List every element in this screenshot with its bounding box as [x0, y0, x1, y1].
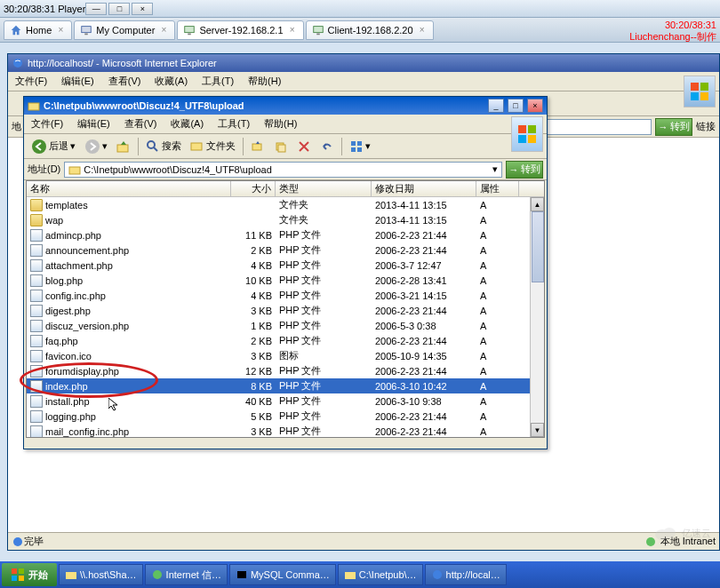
explorer-title: C:\Inetpub\wwwroot\Discuz!4_UTF8\upload	[44, 100, 484, 111]
ie-go-button[interactable]: → 转到	[655, 118, 692, 136]
task-item[interactable]: \\.host\Sha…	[59, 564, 143, 585]
exp-menu-tools[interactable]: 工具(T)	[211, 115, 257, 132]
exp-menu-view[interactable]: 查看(V)	[117, 115, 164, 132]
close-button[interactable]: ×	[527, 99, 543, 113]
file-row[interactable]: admincp.php11 KBPHP 文件2006-2-23 21:44A	[27, 227, 544, 242]
explorer-menubar: 文件(F) 编辑(E) 查看(V) 收藏(A) 工具(T) 帮助(H)	[24, 115, 547, 134]
ie-menu-tools[interactable]: 工具(T)	[195, 73, 241, 90]
exp-menu-edit[interactable]: 编辑(E)	[70, 115, 117, 132]
file-row[interactable]: mail_config.inc.php3 KBPHP 文件2006-2-23 2…	[27, 424, 544, 437]
file-row[interactable]: wap文件夹2013-4-11 13:15A	[27, 212, 544, 227]
svg-rect-40	[237, 571, 246, 578]
forward-button[interactable]: ▾	[81, 137, 111, 156]
file-attr: A	[476, 381, 519, 392]
task-item[interactable]: C:\Inetpub\…	[338, 564, 423, 585]
ie-menu-edit[interactable]: 编辑(E)	[54, 73, 101, 90]
back-button[interactable]: 后退 ▾	[28, 137, 79, 156]
file-type: PHP 文件	[276, 289, 372, 302]
file-row[interactable]: discuz_version.php1 KBPHP 文件2006-5-3 0:3…	[27, 318, 544, 333]
search-button[interactable]: 搜索	[142, 137, 185, 156]
tab-client[interactable]: Client-192.168.2.20 ×	[306, 20, 434, 40]
file-row[interactable]: templates文件夹2013-4-11 13:15A	[27, 197, 544, 212]
col-name[interactable]: 名称	[27, 181, 231, 196]
exp-menu-file[interactable]: 文件(F)	[24, 115, 70, 132]
file-icon	[30, 274, 43, 287]
address-label: 地址(D)	[28, 163, 60, 176]
svg-rect-23	[191, 143, 202, 150]
close-button[interactable]: ×	[132, 3, 153, 15]
file-row[interactable]: config.inc.php4 KBPHP 文件2006-3-21 14:15A	[27, 288, 544, 303]
windows-logo	[511, 116, 543, 152]
svg-rect-30	[357, 147, 362, 152]
file-date: 2006-3-10 10:42	[372, 381, 476, 392]
file-attr: A	[476, 426, 519, 437]
col-attr[interactable]: 属性	[476, 181, 519, 196]
scroll-thumb[interactable]	[532, 211, 544, 282]
delete-button[interactable]	[293, 137, 315, 156]
tab-label: Client-192.168.2.20	[328, 25, 413, 36]
file-row[interactable]: announcement.php2 KBPHP 文件2006-2-23 21:4…	[27, 242, 544, 258]
scroll-up-icon[interactable]: ▲	[531, 197, 544, 211]
views-button[interactable]: ▾	[346, 137, 374, 156]
file-row[interactable]: logging.php5 KBPHP 文件2006-2-23 21:44A	[27, 409, 544, 424]
folders-button[interactable]: 文件夹	[187, 137, 239, 156]
col-size[interactable]: 大小	[231, 181, 276, 196]
folder-icon	[68, 163, 81, 176]
file-row[interactable]: attachment.php4 KBPHP 文件2006-3-7 12:47A	[27, 258, 544, 273]
task-item[interactable]: Internet 信…	[145, 564, 228, 585]
file-name: wap	[45, 215, 63, 226]
col-type[interactable]: 类型	[276, 181, 372, 196]
folders-icon	[190, 139, 204, 154]
tab-mycomputer[interactable]: My Computer ×	[74, 20, 175, 40]
svg-rect-8	[700, 83, 708, 91]
exp-menu-fav[interactable]: 收藏(A)	[164, 115, 211, 132]
up-button[interactable]	[113, 137, 134, 156]
maximize-button[interactable]: □	[508, 99, 524, 113]
scroll-down-icon[interactable]: ▼	[531, 423, 544, 437]
minimize-button[interactable]: _	[488, 99, 504, 113]
svg-rect-20	[117, 145, 128, 152]
col-date[interactable]: 修改日期	[372, 181, 476, 196]
file-row[interactable]: favicon.ico3 KB图标2005-10-9 14:35A	[27, 348, 544, 363]
ie-menu-help[interactable]: 帮助(H)	[241, 73, 288, 90]
tab-home[interactable]: Home ×	[4, 20, 72, 40]
tab-close-icon[interactable]: ×	[417, 25, 428, 36]
undo-button[interactable]	[316, 137, 338, 156]
file-row[interactable]: blog.php10 KBPHP 文件2006-2-28 13:41A	[27, 273, 544, 288]
ie-menu-view[interactable]: 查看(V)	[101, 73, 148, 90]
start-button[interactable]: 开始	[2, 563, 57, 586]
moveto-button[interactable]	[247, 137, 268, 156]
svg-rect-13	[28, 103, 39, 110]
file-name: announcement.php	[45, 245, 129, 256]
ie-menu-fav[interactable]: 收藏(A)	[148, 73, 195, 90]
file-row[interactable]: install.php40 KBPHP 文件2006-3-10 9:38A	[27, 393, 544, 409]
computer-icon	[80, 24, 92, 36]
tab-close-icon[interactable]: ×	[287, 25, 298, 36]
copyto-button[interactable]	[270, 137, 292, 156]
file-row[interactable]: forumdisplay.php12 KBPHP 文件2006-2-23 21:…	[27, 363, 544, 378]
explorer-go-button[interactable]: → 转到	[506, 161, 543, 179]
file-date: 2006-3-21 14:15	[372, 290, 476, 301]
cloud-icon	[652, 522, 678, 544]
tab-server[interactable]: Server-192.168.2.1 ×	[177, 20, 303, 40]
task-item[interactable]: http://local…	[425, 564, 507, 585]
explorer-titlebar[interactable]: C:\Inetpub\wwwroot\Discuz!4_UTF8\upload …	[24, 97, 547, 115]
list-body[interactable]: templates文件夹2013-4-11 13:15Awap文件夹2013-4…	[27, 197, 544, 437]
file-row[interactable]: digest.php3 KBPHP 文件2006-2-23 21:44A	[27, 303, 544, 318]
dropdown-icon[interactable]: ▾	[492, 163, 498, 175]
links-label[interactable]: 链接	[696, 120, 716, 133]
task-item[interactable]: MySQL Comma…	[229, 564, 336, 585]
exp-menu-help[interactable]: 帮助(H)	[257, 115, 304, 132]
views-icon	[349, 139, 364, 154]
file-name: discuz_version.php	[45, 321, 129, 331]
file-row[interactable]: index.php8 KBPHP 文件2006-3-10 10:42A	[27, 378, 544, 393]
explorer-address-input[interactable]: C:\Inetpub\wwwroot\Discuz!4_UTF8\upload …	[64, 162, 502, 178]
minimize-button[interactable]: —	[85, 3, 107, 15]
tab-close-icon[interactable]: ×	[158, 25, 169, 36]
scrollbar[interactable]: ▲ ▼	[530, 197, 544, 437]
tab-close-icon[interactable]: ×	[55, 25, 66, 36]
file-row[interactable]: faq.php2 KBPHP 文件2006-2-23 21:44A	[27, 333, 544, 348]
maximize-button[interactable]: □	[108, 3, 130, 15]
ie-menu-file[interactable]: 文件(F)	[8, 73, 54, 90]
file-name: mail_config.inc.php	[45, 426, 129, 437]
